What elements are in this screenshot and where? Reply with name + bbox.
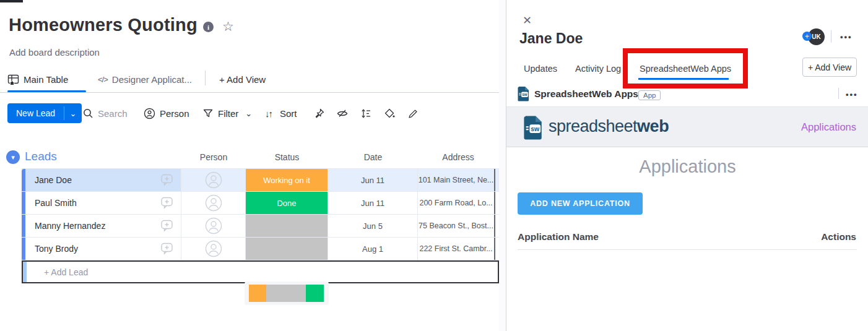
status-cell[interactable]	[246, 238, 328, 260]
address-cell[interactable]: 75 Beacon St., Bost...	[418, 215, 495, 237]
add-subscriber-icon[interactable]: +	[802, 32, 812, 41]
date-cell[interactable]: Aug 1	[328, 238, 418, 260]
app-badge: App	[638, 90, 661, 100]
sort-control[interactable]: ↓↑ Sort	[265, 103, 297, 123]
scrollbar-gutter[interactable]	[499, 0, 506, 331]
address-cell[interactable]: 101 Main Street, Ne...	[418, 169, 495, 191]
lead-name-cell[interactable]: Tony Brody	[25, 238, 181, 260]
lead-name: Tony Brody	[35, 244, 78, 254]
spreadsheetweb-wordmark: spreadsheetweb	[549, 117, 669, 136]
add-conversation-icon[interactable]	[160, 242, 173, 255]
wordmark-normal: spreadsheet	[549, 117, 637, 135]
tab-activity-log[interactable]: Activity Log	[575, 64, 621, 74]
svg-text:sw: sw	[522, 92, 528, 97]
table-row[interactable]: Jane Doe Working on it Jun 11 101 Main S…	[22, 168, 499, 192]
window-edge-artifact	[0, 0, 23, 2]
column-header-address[interactable]: Address	[418, 152, 498, 162]
hide-eye-icon[interactable]	[336, 106, 349, 120]
lead-name-cell[interactable]: Manny Hernandez	[25, 215, 181, 237]
add-row-color-stripe	[23, 262, 27, 282]
person-label: Person	[160, 108, 189, 119]
code-icon: </>	[98, 75, 108, 84]
filter-icon	[202, 108, 214, 119]
spreadsheetweb-banner: sw spreadsheetweb Applications	[506, 106, 868, 147]
edit-pencil-icon[interactable]	[406, 106, 420, 120]
address-cell[interactable]: 222 First St. Cambr...	[418, 238, 495, 260]
address-cell[interactable]: 200 Farm Road, Lo...	[418, 192, 495, 214]
item-height-icon[interactable]	[359, 106, 373, 120]
table-row[interactable]: Manny Hernandez Jun 5 75 Beacon St., Bos…	[22, 215, 499, 238]
table-home-icon	[7, 74, 19, 85]
person-cell[interactable]	[181, 169, 246, 191]
add-conversation-icon[interactable]	[160, 219, 173, 232]
panel-add-view-button[interactable]: + Add View	[802, 58, 857, 77]
summary-segment-empty[interactable]	[266, 285, 306, 302]
person-filter-control[interactable]: Person	[144, 103, 189, 123]
applications-nav-link[interactable]: Applications	[801, 121, 856, 133]
actions-column-header: Actions	[821, 231, 856, 243]
board-area: Homeowners Quoting i ☆ Add board descrip…	[0, 0, 506, 331]
date-cell[interactable]: Jun 11	[328, 169, 418, 191]
table-row[interactable]: Paul Smith Done Jun 11 200 Farm Road, Lo…	[22, 192, 499, 215]
app-header-title: SpreadsheetWeb Apps	[534, 88, 638, 100]
add-lead-placeholder: + Add Lead	[44, 267, 88, 277]
person-cell[interactable]	[181, 215, 246, 237]
filter-control[interactable]: Filter ⌄	[202, 103, 252, 123]
group-title[interactable]: Leads	[25, 150, 57, 163]
status-summary-bar	[249, 285, 324, 302]
column-header-date[interactable]: Date	[328, 152, 418, 162]
lead-name-cell[interactable]: Paul Smith	[25, 192, 181, 214]
tab-updates[interactable]: Updates	[524, 64, 557, 74]
close-icon[interactable]: ✕	[523, 14, 532, 27]
wordmark-bold: web	[637, 117, 669, 135]
tabs-divider	[205, 71, 206, 85]
status-cell[interactable]: Working on it	[246, 169, 328, 191]
item-menu-icon[interactable]: •••	[840, 32, 853, 41]
add-new-application-button[interactable]: ADD NEW APPLICATION	[518, 192, 643, 215]
status-cell[interactable]	[246, 215, 328, 237]
color-bucket-icon[interactable]	[383, 106, 396, 120]
column-header-person[interactable]: Person	[181, 152, 246, 162]
lead-name: Paul Smith	[35, 198, 77, 208]
svg-text:sw: sw	[531, 125, 540, 132]
filter-chevron-down-icon[interactable]: ⌄	[245, 109, 252, 118]
status-cell[interactable]: Done	[246, 192, 328, 214]
avatar-initials: UK	[812, 33, 820, 40]
column-header-status[interactable]: Status	[246, 152, 328, 162]
tab-main-table[interactable]: Main Table	[7, 67, 68, 92]
pin-icon[interactable]	[312, 106, 326, 120]
item-title: Jane Doe	[519, 30, 583, 47]
group-collapse-button[interactable]: ▾	[6, 150, 20, 164]
applications-table-divider	[518, 249, 857, 250]
new-lead-button[interactable]: New Lead ⌄	[7, 103, 82, 123]
table-row[interactable]: Tony Brody Aug 1 222 First St. Cambr...	[22, 238, 499, 260]
tab-spreadsheetweb-apps[interactable]: SpreadsheetWeb Apps	[640, 64, 731, 74]
add-conversation-icon[interactable]	[160, 196, 173, 209]
person-icon	[144, 108, 155, 119]
person-cell[interactable]	[181, 238, 246, 260]
spreadsheetweb-logo-icon: sw	[523, 114, 544, 140]
date-cell[interactable]: Jun 11	[328, 192, 418, 214]
summary-segment-working[interactable]	[249, 285, 266, 302]
spreadsheetweb-app-icon: sw	[517, 86, 530, 101]
person-cell[interactable]	[181, 192, 246, 214]
summary-segment-done[interactable]	[306, 285, 324, 302]
page-title: Homeowners Quoting	[9, 15, 197, 35]
lead-name: Manny Hernandez	[35, 221, 105, 231]
sort-label: Sort	[280, 108, 297, 119]
chevron-down-icon[interactable]: ⌄	[64, 103, 82, 123]
star-icon[interactable]: ☆	[222, 19, 234, 34]
add-conversation-icon[interactable]	[160, 173, 173, 186]
date-cell[interactable]: Jun 5	[328, 215, 418, 237]
lead-name-cell[interactable]: Jane Doe	[25, 169, 181, 191]
new-lead-label: New Lead	[7, 103, 64, 123]
app-menu-icon[interactable]: •••	[846, 90, 858, 99]
tab-designer-application[interactable]: </> Designer Applicat...	[98, 67, 192, 92]
add-view-button[interactable]: + Add View	[219, 67, 266, 92]
board-description[interactable]: Add board description	[9, 47, 100, 58]
filter-label: Filter	[218, 108, 238, 119]
info-icon[interactable]: i	[203, 22, 214, 32]
add-lead-row[interactable]: + Add Lead	[22, 260, 499, 283]
search-control[interactable]: Search	[82, 103, 128, 123]
info-icon-glyph: i	[207, 24, 209, 31]
